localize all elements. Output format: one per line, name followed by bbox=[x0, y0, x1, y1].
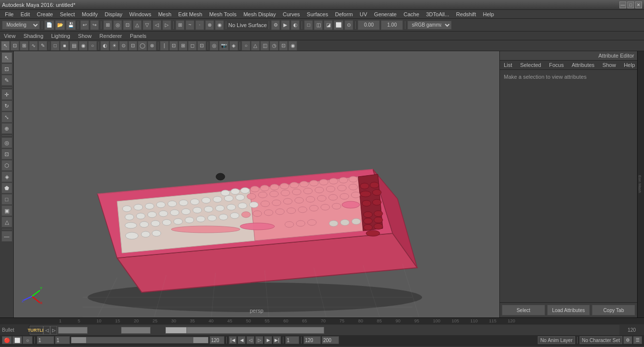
snap-btn6[interactable]: △ bbox=[1, 217, 12, 227]
shading-btn1[interactable]: ◐ bbox=[100, 41, 109, 51]
anim-range-handle-left[interactable] bbox=[71, 337, 86, 343]
new-file-button[interactable]: 📄 bbox=[44, 20, 54, 30]
menu-display[interactable]: Display bbox=[102, 11, 125, 18]
camera-btn2[interactable]: 📷 bbox=[219, 41, 229, 51]
snap-point-button[interactable]: · bbox=[195, 20, 204, 30]
tool-4[interactable]: ∿ bbox=[29, 41, 38, 51]
max-frame-input[interactable] bbox=[304, 336, 321, 344]
tb-extra-1[interactable]: □ bbox=[304, 20, 313, 30]
tab-show[interactable]: Show bbox=[76, 32, 94, 39]
start-frame-input[interactable] bbox=[55, 336, 70, 344]
snap-curve-button[interactable]: ~ bbox=[185, 20, 194, 30]
snap-btn3[interactable]: ⬟ bbox=[1, 183, 12, 193]
scale-tool[interactable]: ⤡ bbox=[1, 112, 12, 123]
tab-lighting[interactable]: Lighting bbox=[49, 32, 72, 39]
tab-panels[interactable]: Panels bbox=[128, 32, 149, 39]
menu-windows[interactable]: Windows bbox=[126, 11, 154, 18]
extra-btn5[interactable]: ⊡ bbox=[279, 41, 288, 51]
ipr-button[interactable]: ◐ bbox=[291, 20, 300, 30]
coord-x-field[interactable]: 0.00 bbox=[358, 20, 380, 30]
select-tool[interactable]: ↖ bbox=[1, 41, 10, 51]
play-button[interactable]: ▷ bbox=[255, 336, 263, 344]
anim-range-handle-right[interactable] bbox=[193, 337, 208, 343]
icon-1[interactable]: 🔴 bbox=[2, 336, 12, 344]
render-button[interactable]: ▶ bbox=[281, 20, 290, 30]
tb-btn-4[interactable]: △ bbox=[133, 20, 142, 30]
attr-tab-list[interactable]: List bbox=[500, 61, 516, 69]
title-bar-controls[interactable]: — □ ✕ bbox=[619, 1, 642, 8]
tb-btn-5[interactable]: ▽ bbox=[143, 20, 152, 30]
view-smooth2[interactable]: ○ bbox=[88, 41, 97, 51]
rotate-tool[interactable]: ↻ bbox=[1, 100, 12, 111]
view-wireframe[interactable]: □ bbox=[51, 41, 60, 51]
view-smooth[interactable]: ◉ bbox=[79, 41, 88, 51]
extra-btn1[interactable]: ○ bbox=[242, 41, 250, 51]
viewport[interactable]: X Y Z persp bbox=[14, 51, 499, 317]
combo-tool[interactable]: ⊕ bbox=[1, 123, 12, 134]
open-file-button[interactable]: 📂 bbox=[55, 20, 65, 30]
menu-redshift[interactable]: Redshift bbox=[453, 11, 479, 18]
render-settings-button[interactable]: ⚙ bbox=[271, 20, 280, 30]
menu-edit-mesh[interactable]: Edit Mesh bbox=[175, 11, 205, 18]
attr-tab-focus[interactable]: Focus bbox=[545, 61, 568, 69]
tb-extra-5[interactable]: ⊙ bbox=[344, 20, 353, 30]
soft-select-btn[interactable]: ◎ bbox=[1, 137, 12, 148]
timeline-scrubber-area[interactable] bbox=[57, 325, 619, 336]
load-attributes-button[interactable]: Load Attributes bbox=[547, 305, 590, 315]
menu-generate[interactable]: Generate bbox=[371, 11, 399, 18]
next-frame-button[interactable]: ▶ bbox=[264, 336, 272, 344]
turtle-button[interactable]: TURTLE bbox=[30, 326, 43, 335]
select-tool-left[interactable]: ↖ bbox=[1, 52, 12, 63]
menu-mesh-tools[interactable]: Mesh Tools bbox=[206, 11, 239, 18]
icon-2[interactable]: ⬜ bbox=[12, 336, 22, 344]
go-start-button[interactable]: |◀ bbox=[229, 336, 237, 344]
close-button[interactable]: ✕ bbox=[635, 1, 642, 8]
menu-cache[interactable]: Cache bbox=[400, 11, 422, 18]
end-frame-input[interactable] bbox=[210, 336, 224, 344]
shading-btn4[interactable]: ⊡ bbox=[128, 41, 137, 51]
icon-3[interactable]: ○ bbox=[23, 336, 32, 344]
display-btn5[interactable]: ⊡ bbox=[197, 41, 206, 51]
display-btn2[interactable]: ⊡ bbox=[169, 41, 178, 51]
menu-mesh-display[interactable]: Mesh Display bbox=[241, 11, 279, 18]
shading-btn3[interactable]: ⊙ bbox=[119, 41, 128, 51]
menu-help[interactable]: Help bbox=[480, 11, 497, 18]
display-btn3[interactable]: ⊞ bbox=[179, 41, 187, 51]
sculpt-btn[interactable]: ⊡ bbox=[1, 149, 12, 159]
go-end-button[interactable]: ▶| bbox=[273, 336, 281, 344]
attr-tab-selected[interactable]: Selected bbox=[516, 61, 545, 69]
tool-5[interactable]: ✎ bbox=[38, 41, 47, 51]
attr-tab-show[interactable]: Show bbox=[598, 61, 620, 69]
color-space-dropdown[interactable]: sRGB gamma bbox=[407, 21, 452, 30]
display-btn4[interactable]: ◻ bbox=[188, 41, 197, 51]
camera-btn3[interactable]: ◈ bbox=[229, 41, 238, 51]
menu-file[interactable]: File bbox=[2, 11, 17, 18]
track-prev-button[interactable]: ◁ bbox=[43, 326, 50, 335]
snap-grid-button[interactable]: ⊞ bbox=[176, 20, 184, 30]
char-layer-icon[interactable]: ⚙ bbox=[623, 336, 632, 344]
prev-frame-button[interactable]: ◀ bbox=[238, 336, 245, 344]
display-btn1[interactable]: | bbox=[160, 41, 169, 51]
menu-deform[interactable]: Deform bbox=[332, 11, 356, 18]
menu-3dtoall[interactable]: 3DToAll... bbox=[423, 11, 452, 18]
extra-btn3[interactable]: ◫ bbox=[260, 41, 269, 51]
snap-surface-button[interactable]: ⊗ bbox=[205, 20, 214, 30]
minus-btn[interactable]: — bbox=[1, 231, 12, 242]
select-button[interactable]: Select bbox=[502, 305, 545, 315]
track-next-button[interactable]: ▷ bbox=[50, 326, 57, 335]
snap-btn4[interactable]: □ bbox=[1, 194, 12, 205]
playback-speed-input[interactable] bbox=[285, 336, 299, 344]
menu-curves[interactable]: Curves bbox=[280, 11, 303, 18]
extra-btn6[interactable]: ◉ bbox=[288, 41, 297, 51]
char-extra-icon[interactable]: ☰ bbox=[633, 336, 642, 344]
shading-btn2[interactable]: ☀ bbox=[110, 41, 119, 51]
menu-modify[interactable]: Modify bbox=[79, 11, 100, 18]
shading-btn5[interactable]: ◯ bbox=[138, 41, 147, 51]
lasso-tool[interactable]: ⊡ bbox=[1, 63, 12, 74]
attr-tab-attributes[interactable]: Attributes bbox=[568, 61, 598, 69]
move-tool[interactable]: ✛ bbox=[1, 89, 12, 100]
total-end-input[interactable] bbox=[322, 336, 339, 344]
minimize-button[interactable]: — bbox=[619, 1, 626, 8]
tb-extra-2[interactable]: ◫ bbox=[314, 20, 323, 30]
menu-surfaces[interactable]: Surfaces bbox=[304, 11, 331, 18]
